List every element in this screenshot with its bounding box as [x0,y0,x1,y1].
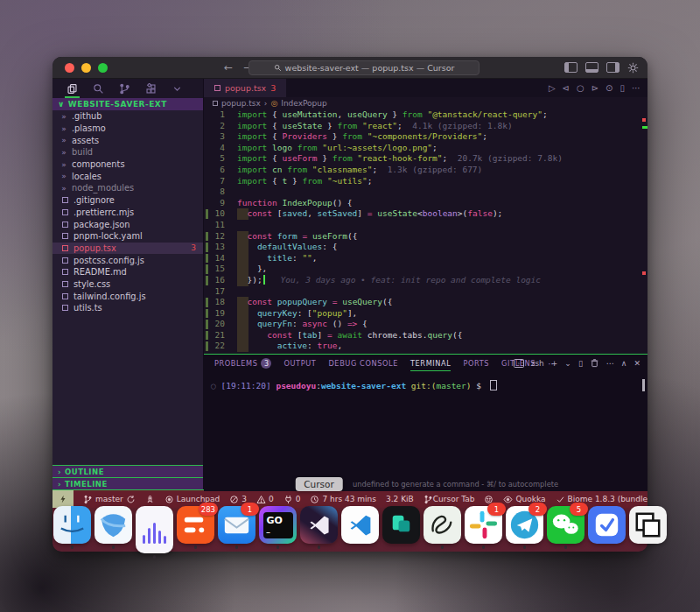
status-warnings[interactable]: 0 [256,495,274,504]
file-row-pnpm-lock.yaml[interactable]: pnpm-lock.yaml [52,230,203,243]
file-row-style.css[interactable]: style.css [52,278,203,291]
sketch-app-icon[interactable] [424,506,461,544]
dock-app-vscode[interactable] [340,506,380,559]
close-panel-icon[interactable]: ✕ [634,359,640,368]
code-line-16[interactable]: 16 });You, 3 days ago • feat: init repo … [204,275,648,286]
dock-app-mail[interactable]: 1 [217,506,256,559]
files-icon[interactable] [66,79,78,98]
more-actions-icon[interactable]: ⋯ [632,83,640,93]
search-icon[interactable] [93,79,104,98]
more-actions-icon[interactable]: ⋯ [606,359,614,368]
command-center-search[interactable]: website-saver-ext — popup.tsx — Cursor [248,60,480,75]
code-line-20[interactable]: 20 queryFn: async () => { [204,319,648,330]
goland-app-icon[interactable]: GO_ [259,506,297,544]
file-row-tailwind.config.js[interactable]: tailwind.config.js [52,290,203,302]
file-row-.prettierrc.mjs[interactable]: .prettierrc.mjs [52,207,203,219]
code-line-4[interactable]: 4import logo from "url:~assets/logo.png"… [204,143,648,154]
dock-app-dark-teal[interactable] [382,506,421,559]
split-terminal-icon[interactable]: ▯ [578,359,583,368]
code-line-2[interactable]: 2import { useState } from "react"; 4.1k … [204,121,648,132]
file-row-.plasmo[interactable]: ».plasmo [52,123,203,135]
close-window-button[interactable] [65,63,74,73]
code-line-1[interactable]: 1import { useMutation, useQuery } from "… [204,109,648,121]
chevron-down-icon[interactable] [172,79,183,98]
code-line-8[interactable]: 8 [204,186,648,198]
minimize-window-button[interactable] [81,63,91,73]
code-line-3[interactable]: 3import { Providers } from "~components/… [204,131,648,143]
status-cursor-tab[interactable]: Cursor Tab [433,495,475,503]
tab-popup-tsx[interactable]: popup.tsx 3 [204,79,286,97]
toggle-secondary-sidebar-icon[interactable] [606,62,620,73]
code-editor[interactable]: 1import { useMutation, useQuery } from "… [204,109,648,354]
code-line-22[interactable]: 22 active: true, [204,341,648,352]
run-icon[interactable]: ▷ [549,83,556,93]
code-line-15[interactable]: 15 }, [204,264,648,275]
status-ports[interactable]: 0 [284,495,301,504]
maximize-panel-icon[interactable]: ∧ [621,359,627,368]
code-line-13[interactable]: 13 defaultValues: { [204,242,648,253]
dock-app-telegram[interactable]: 2 [505,506,544,559]
file-row-popup.tsx[interactable]: popup.tsx3 [52,243,203,255]
file-row-locales[interactable]: »locales [52,170,203,182]
file-row-node_modules[interactable]: »node_modules [52,182,203,194]
file-row-postcss.config.js[interactable]: postcss.config.js [52,254,203,266]
code-line-21[interactable]: 21 const [tab] = await chrome.tabs.query… [204,330,648,341]
status-biome[interactable]: Biome 1.8.3 (bundled) [556,495,648,504]
file-row-.gitignore[interactable]: .gitignore [52,194,203,207]
status-rocket[interactable] [145,495,155,504]
customize-layout-gear-icon[interactable] [627,62,639,74]
fox-app-icon[interactable] [94,506,132,544]
history-back-icon[interactable]: ← [224,61,233,74]
new-terminal-icon[interactable]: + [551,359,558,368]
panel-tab-problems[interactable]: PROBLEMS3 [214,355,271,372]
split-editor-icon[interactable]: ▯ [620,83,625,93]
source-control-icon[interactable] [119,79,130,98]
dock-app-goland[interactable]: GO_ [258,506,298,559]
code-line-7[interactable]: 7import { t } from "~utils"; [204,176,648,187]
dock-app-frames[interactable] [628,506,668,559]
run-above-icon[interactable]: ⊲ [563,83,570,93]
dock-app-wechat[interactable]: 5 [546,506,585,559]
dark-teal-app-icon[interactable] [382,506,420,544]
cursor-app-icon[interactable] [300,506,338,544]
dock-app-cursor[interactable]: Cursor [299,506,339,559]
file-row-package.json[interactable]: package.json [52,218,203,230]
dock-app-sketch[interactable] [423,506,462,559]
code-line-11[interactable]: 11 [204,220,648,231]
terminal-scrollbar[interactable] [642,379,645,391]
dock-app-fox[interactable] [94,506,133,559]
file-row-.github[interactable]: ».github [52,110,203,123]
titlebar[interactable]: ← → website-saver-ext — popup.tsx — Curs… [52,57,648,79]
toggle-panel-icon[interactable] [585,62,598,73]
status-git-small[interactable] [424,495,433,504]
dock-app-finder[interactable] [52,506,92,559]
circle-icon[interactable]: ○ [577,83,584,93]
code-line-6[interactable]: 6import cn from "classnames"; 1.3k (gzip… [204,165,648,176]
breadcrumb[interactable]: popup.tsx › ◎ IndexPopup [204,97,648,109]
code-line-5[interactable]: 5import { useForm } from "react-hook-for… [204,153,648,165]
tick-app-icon[interactable] [588,506,626,544]
explorer-root-header[interactable]: ∨ WEBSITE-SAVER-EXT [52,98,203,110]
dock-app-flomo[interactable]: 283 [176,506,215,559]
panel-tab-debug-console[interactable]: DEBUG CONSOLE [328,355,398,372]
status-size[interactable]: 3.2 KiB [386,495,414,503]
panel-tab-ports[interactable]: PORTS [463,355,489,372]
file-row-build[interactable]: »build [52,146,203,158]
terminal[interactable]: ○ [19:11:20] pseudoyu:website-saver-ext … [204,372,648,491]
file-row-components[interactable]: »components [52,158,203,171]
toggle-primary-sidebar-icon[interactable] [564,62,578,73]
vscode-app-icon[interactable] [341,506,379,544]
panel-tab-terminal[interactable]: TERMINAL [410,355,451,372]
dock-app-audio-bars[interactable] [135,506,174,559]
audio-bars-app-icon[interactable] [136,506,173,553]
file-row-assets[interactable]: »assets [52,134,203,146]
code-line-10[interactable]: 10 const [saved, setSaved] = useState<bo… [204,208,648,220]
status-branch-master[interactable]: master [83,495,136,504]
code-line-14[interactable]: 14 title: "", [204,253,648,264]
file-row-README.md[interactable]: README.md [52,266,203,278]
code-line-12[interactable]: 12 const form = useForm({ [204,231,648,243]
timeline-section-header[interactable]: › TIMELINE [52,477,203,489]
dock-app-slack[interactable]: 1 [464,506,503,559]
zoom-window-button[interactable] [98,63,108,73]
panel-tab-output[interactable]: OUTPUT [284,355,316,372]
